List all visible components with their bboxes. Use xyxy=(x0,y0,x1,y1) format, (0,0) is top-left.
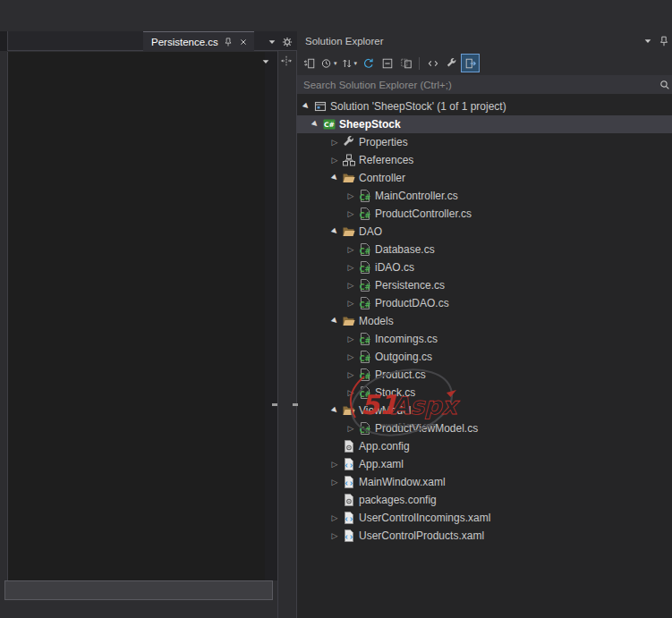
tree-item-mainwindow-xaml[interactable]: ▷MainWindow.xaml xyxy=(297,473,672,491)
auto-hide-pin-icon[interactable] xyxy=(658,35,670,47)
collapsed-arrow-icon[interactable]: ▷ xyxy=(344,189,358,203)
tree-item-label: MainController.cs xyxy=(375,190,458,202)
collapsed-arrow-icon[interactable]: ▷ xyxy=(327,457,342,471)
toolbar-separator xyxy=(419,57,420,70)
tree-item-references[interactable]: ▷References xyxy=(297,151,672,169)
collapsed-arrow-icon[interactable]: ▷ xyxy=(344,242,358,257)
xaml-file-icon xyxy=(342,529,356,543)
tab-persistence-cs[interactable]: Persistence.cs xyxy=(143,31,254,51)
view-code-button[interactable] xyxy=(423,54,442,72)
search-input[interactable] xyxy=(297,80,659,90)
tree-item-label: Database.cs xyxy=(375,243,435,256)
collapsed-arrow-icon[interactable]: ▷ xyxy=(344,350,358,364)
tree-item-models[interactable]: ▶Models xyxy=(297,312,672,330)
collapsed-arrow-icon[interactable]: ▷ xyxy=(344,332,358,346)
collapsed-arrow-icon[interactable]: ▷ xyxy=(344,207,358,221)
collapsed-arrow-icon[interactable]: ▷ xyxy=(327,475,342,489)
tree-item-incomings-cs[interactable]: ▷C#Incomings.cs xyxy=(297,330,672,348)
splitter-tick xyxy=(272,403,277,406)
sync-with-active-document-button[interactable] xyxy=(300,54,319,72)
svg-text:C#: C# xyxy=(360,427,371,435)
svg-text:C#: C# xyxy=(360,248,371,256)
csharp-file-icon: C# xyxy=(358,296,372,310)
csharp-file-icon: C# xyxy=(358,350,372,364)
xaml-file-icon xyxy=(342,511,356,525)
tree-item-persistence-cs[interactable]: ▷C#Persistence.cs xyxy=(297,276,672,294)
tree-item-packages-config[interactable]: packages.config xyxy=(297,491,672,509)
collapsed-arrow-icon[interactable]: ▷ xyxy=(344,260,358,275)
tree-item-maincontroller-cs[interactable]: ▷C#MainController.cs xyxy=(297,187,672,205)
horizontal-scrollbar[interactable] xyxy=(4,580,273,600)
tree-item-label: packages.config xyxy=(359,494,437,506)
tree-item-label: Persistence.cs xyxy=(375,279,445,292)
tree-item-productdao-cs[interactable]: ▷C#ProductDAO.cs xyxy=(297,294,672,312)
splitter-icon[interactable] xyxy=(280,55,293,67)
tree-item-productcontroller-cs[interactable]: ▷C#ProductController.cs xyxy=(297,205,672,223)
tree-item-viewmodel[interactable]: ▶ViewModel xyxy=(297,402,672,419)
tree-item-properties[interactable]: ▷Properties xyxy=(297,133,672,151)
close-icon[interactable] xyxy=(238,37,249,47)
tree-item-app-xaml[interactable]: ▷App.xaml xyxy=(297,455,672,473)
tree-item-label: Solution 'SheepStock' (1 of 1 project) xyxy=(330,100,506,113)
tree-item-outgoing-cs[interactable]: ▷C#Outgoing.cs xyxy=(297,348,672,366)
collapsed-arrow-icon[interactable]: ▷ xyxy=(344,278,358,292)
tree-item-productviewmodel-cs[interactable]: ▷C#ProductViewModel.cs xyxy=(297,419,672,437)
tree-item-idao-cs[interactable]: ▷C#iDAO.cs xyxy=(297,258,672,276)
svg-text:C#: C# xyxy=(360,266,371,274)
panel-splitter[interactable] xyxy=(277,51,297,618)
chevron-down-icon[interactable] xyxy=(266,36,278,48)
collapsed-arrow-icon[interactable]: ▷ xyxy=(344,296,358,310)
svg-text:C#: C# xyxy=(360,301,371,309)
sort-order-button[interactable]: ▾ xyxy=(339,54,360,72)
tree-item-label: ProductViewModel.cs xyxy=(375,422,478,435)
window-position-chevron-icon[interactable] xyxy=(642,35,654,47)
tree-item-label: Stock.cs xyxy=(375,386,415,399)
pin-icon[interactable] xyxy=(223,37,234,47)
collapsed-arrow-icon[interactable]: ▷ xyxy=(327,153,342,167)
collapse-all-button[interactable] xyxy=(378,54,396,72)
csharp-file-icon: C# xyxy=(358,368,372,382)
collapsed-arrow-icon[interactable]: ▷ xyxy=(344,421,358,436)
xaml-file-icon xyxy=(342,457,356,471)
search-bar xyxy=(297,75,672,94)
collapsed-arrow-icon[interactable]: ▷ xyxy=(327,511,342,525)
tree-item-sheepstock[interactable]: ▶C#SheepStock xyxy=(297,115,672,133)
tree-item-dao[interactable]: ▶DAO xyxy=(297,223,672,241)
collapsed-arrow-icon[interactable]: ▷ xyxy=(327,135,342,149)
collapsed-arrow-icon[interactable]: ▷ xyxy=(344,385,358,400)
csharp-file-icon: C# xyxy=(358,207,372,221)
tree-item-label: ProductController.cs xyxy=(375,207,472,220)
tree-item-usercontrolproducts-xaml[interactable]: ▷UserControlProducts.xaml xyxy=(297,527,672,545)
tree-item-stock-cs[interactable]: ▷C#Stock.cs xyxy=(297,384,672,402)
tree-item-label: Product.cs xyxy=(375,368,426,381)
svg-text:C#: C# xyxy=(360,337,371,345)
refresh-button[interactable] xyxy=(359,54,378,72)
wrench-icon xyxy=(342,135,356,149)
gear-icon[interactable] xyxy=(281,36,293,48)
se-toolbar: ▾▾ xyxy=(297,51,672,75)
config-file-icon xyxy=(342,439,356,453)
solution-explorer-title-bar: Solution Explorer xyxy=(297,31,672,51)
preview-selected-items-button[interactable] xyxy=(461,54,480,72)
tree-item-app-config[interactable]: App.config xyxy=(297,437,672,455)
pending-changes-filter-button[interactable]: ▾ xyxy=(319,54,339,72)
collapsed-arrow-icon[interactable]: ▷ xyxy=(344,368,358,382)
tree-item-controller[interactable]: ▶Controller xyxy=(297,169,672,187)
tree-item-usercontrolincomings-xaml[interactable]: ▷UserControlIncomings.xaml xyxy=(297,509,672,527)
tree-item-solution-sheepstock-1-of-1-project[interactable]: ▶Solution 'SheepStock' (1 of 1 project) xyxy=(297,97,672,115)
show-all-files-button[interactable] xyxy=(396,54,415,72)
chevron-down-icon[interactable] xyxy=(259,55,272,68)
panel-title: Solution Explorer xyxy=(305,36,638,47)
tree-item-label: App.config xyxy=(359,440,410,453)
search-icon[interactable] xyxy=(659,79,671,91)
tree-item-product-cs[interactable]: ▷C#Product.cs xyxy=(297,366,672,384)
csharp-file-icon: C# xyxy=(358,278,372,292)
tree-item-database-cs[interactable]: ▷C#Database.cs xyxy=(297,241,672,258)
collapsed-arrow-icon[interactable]: ▷ xyxy=(327,529,342,543)
editor-surface[interactable] xyxy=(7,52,265,580)
properties-button[interactable] xyxy=(442,54,461,72)
csharp-file-icon: C# xyxy=(358,189,372,203)
tree-item-label: SheepStock xyxy=(339,118,401,131)
editor-vertical-scrollbar[interactable] xyxy=(265,52,277,580)
svg-text:C#: C# xyxy=(360,284,371,292)
